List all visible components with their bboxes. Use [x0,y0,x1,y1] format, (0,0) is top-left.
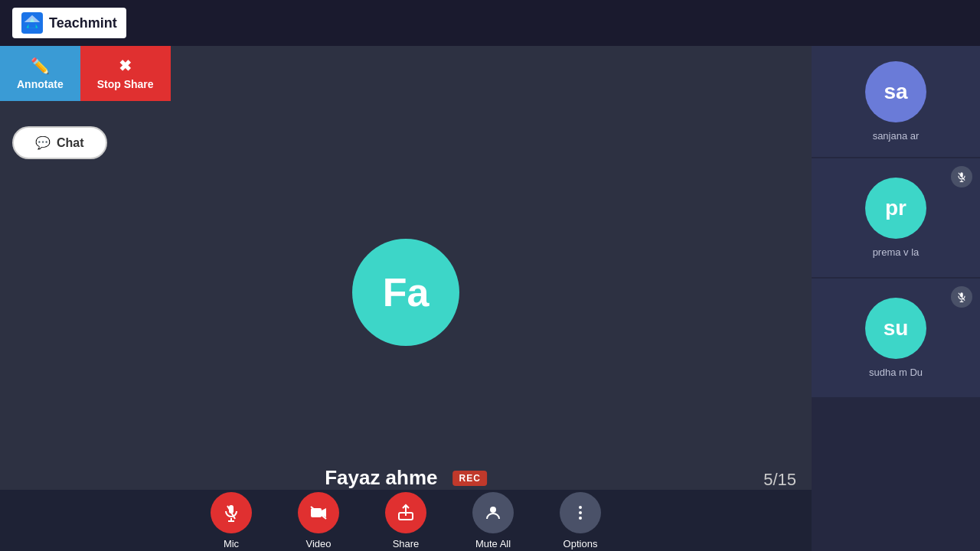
mute-all-icon [484,504,502,522]
chat-button[interactable]: 💬 Chat [12,126,107,159]
video-circle [298,492,339,533]
page-count: 5/15 [763,470,796,490]
avatar-initials: sa [884,80,907,104]
teachmint-logo-icon [21,12,43,34]
participant-name-label: prema v la [873,246,920,258]
mic-muted-badge [951,286,972,308]
avatar: pr [865,178,926,239]
video-label: Video [305,538,331,549]
avatar: su [865,298,926,359]
svg-rect-8 [311,508,322,517]
mic-muted-badge [951,166,972,187]
avatar-initials: su [884,316,909,341]
video-button[interactable]: Video [298,492,339,549]
stop-icon: ✖ [119,57,132,75]
chat-icon: 💬 [35,135,51,150]
participant-card: pr prema v la [812,158,980,277]
participant-card: su sudha m Du [812,279,980,397]
topbar: Teachmint [0,0,980,46]
options-button[interactable]: Options [560,492,601,549]
annotate-label: Annotate [17,78,64,90]
logo-text: Teachmint [49,15,117,31]
video-icon [309,504,328,522]
main-participant-name: Fayaz ahme [325,466,437,490]
svg-point-15 [579,511,582,514]
share-circle [385,492,426,533]
pencil-icon: ✏️ [31,57,50,75]
options-circle [560,492,601,533]
annotate-button[interactable]: ✏️ Annotate [0,46,80,101]
options-label: Options [564,538,598,549]
participant-card: sa sanjana ar [812,46,980,157]
options-icon [571,504,590,522]
share-button[interactable]: Share [385,492,426,549]
stop-share-button[interactable]: ✖ Stop Share [80,46,171,101]
svg-point-13 [490,507,496,513]
mic-icon [222,504,240,522]
participant-name-label: sanjana ar [873,130,920,142]
svg-point-16 [579,517,582,520]
mute-all-label: Mute All [475,538,511,549]
avatar: sa [865,61,926,122]
stop-share-label: Stop Share [97,78,154,90]
center-avatar: Fa [352,239,459,346]
mute-all-circle [472,492,514,533]
svg-point-14 [579,506,582,509]
mic-off-icon [956,171,967,182]
right-sidebar: sa sanjana ar pr prema v la [812,46,980,551]
floating-controls: ✏️ Annotate ✖ Stop Share [0,46,171,101]
rec-badge: REC [453,471,487,486]
bottom-toolbar: Mic Video [0,490,812,551]
mic-circle [211,492,252,533]
share-icon [397,504,415,522]
logo-container: Teachmint [12,8,126,38]
center-avatar-initials: Fa [383,269,430,315]
center-area: ✏️ Annotate ✖ Stop Share 💬 Chat Fa Fayaz… [0,46,812,551]
bottom-info: Fayaz ahme REC [325,466,487,490]
participant-name-label: sudha m Du [869,367,923,378]
main-content: ✏️ Annotate ✖ Stop Share 💬 Chat Fa Fayaz… [0,46,980,551]
chat-label: Chat [57,136,84,150]
mute-all-button[interactable]: Mute All [472,492,514,549]
mic-off-icon [956,292,967,302]
mic-button[interactable]: Mic [211,492,252,549]
avatar-initials: pr [885,196,906,220]
mic-label: Mic [224,538,239,549]
svg-rect-2 [28,22,35,28]
share-label: Share [393,538,420,549]
